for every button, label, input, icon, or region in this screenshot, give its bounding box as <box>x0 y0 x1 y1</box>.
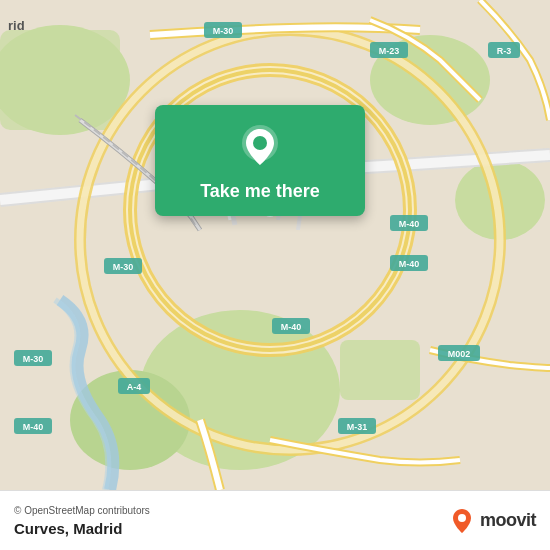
svg-point-42 <box>253 136 267 150</box>
bottom-info: © OpenStreetMap contributors Curves, Mad… <box>14 505 150 537</box>
svg-text:M-23: M-23 <box>379 46 400 56</box>
svg-point-43 <box>458 514 466 522</box>
map-container: M-30 M-30 M-30 M-23 R-3 M-40 M-40 M-40 A… <box>0 0 550 490</box>
moovit-text: moovit <box>480 510 536 531</box>
svg-text:M-30: M-30 <box>23 354 44 364</box>
bottom-bar: © OpenStreetMap contributors Curves, Mad… <box>0 490 550 550</box>
svg-rect-7 <box>340 340 420 400</box>
svg-text:M-30: M-30 <box>113 262 134 272</box>
osm-attribution: © OpenStreetMap contributors <box>14 505 150 516</box>
svg-text:M002: M002 <box>448 349 471 359</box>
location-pin-icon <box>236 123 284 171</box>
svg-text:rid: rid <box>8 18 25 33</box>
svg-text:M-40: M-40 <box>281 322 302 332</box>
take-me-there-label: Take me there <box>200 181 320 202</box>
svg-text:M-30: M-30 <box>213 26 234 36</box>
moovit-pin-icon <box>448 507 476 535</box>
map-background: M-30 M-30 M-30 M-23 R-3 M-40 M-40 M-40 A… <box>0 0 550 490</box>
svg-text:M-40: M-40 <box>399 259 420 269</box>
svg-text:R-3: R-3 <box>497 46 512 56</box>
svg-rect-2 <box>0 30 120 130</box>
svg-text:M-31: M-31 <box>347 422 368 432</box>
svg-text:M-40: M-40 <box>23 422 44 432</box>
svg-text:A-4: A-4 <box>127 382 142 392</box>
take-me-there-card[interactable]: Take me there <box>155 105 365 216</box>
location-name: Curves, Madrid <box>14 520 150 537</box>
moovit-logo: moovit <box>448 507 536 535</box>
svg-text:M-40: M-40 <box>399 219 420 229</box>
